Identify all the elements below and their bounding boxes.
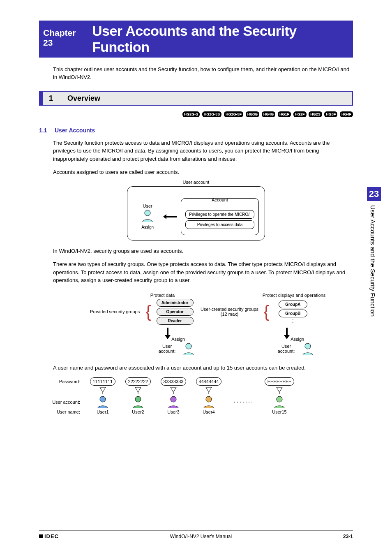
- connector-icon: [171, 387, 176, 394]
- brace-icon: {: [145, 303, 151, 320]
- user-account-label: User account:: [274, 344, 299, 354]
- arrow-left-icon: [163, 214, 177, 219]
- chapter-intro: This chapter outlines user accounts and …: [53, 66, 353, 81]
- badge: HG3G: [246, 111, 260, 117]
- svg-point-1: [186, 343, 191, 349]
- user-label: User: [133, 204, 162, 208]
- arrow-down-icon: [284, 328, 290, 339]
- subsection-title: User Accounts: [55, 127, 95, 134]
- paragraph: A user name and password are associated …: [53, 364, 353, 372]
- side-tab-title: User Accounts and the Security Function: [367, 201, 379, 357]
- model-badges: HG2G-S HG2G-5S HG2G-5F HG3G HG4G HG1F HG…: [39, 111, 353, 117]
- chapter-label: Chapter 23: [43, 28, 86, 48]
- diagram-security-groups: Protect data Protect displays and operat…: [39, 293, 353, 356]
- row-label: Password:: [39, 379, 85, 384]
- svg-point-11: [206, 396, 212, 402]
- privilege-row: Privileges to access data: [185, 220, 254, 229]
- svg-point-2: [305, 343, 311, 349]
- user-icon: [96, 395, 110, 409]
- badge: HG3F: [324, 111, 337, 117]
- username: User2: [120, 409, 156, 414]
- role-box: Administrator: [157, 299, 194, 307]
- section-title: Overview: [67, 94, 100, 102]
- chapter-title: User Accounts and the Security Function: [92, 23, 349, 55]
- chapter-header: Chapter 23 User Accounts and the Securit…: [39, 21, 353, 58]
- connector-icon: [277, 387, 282, 394]
- user-icon: [272, 395, 286, 409]
- password-box: 11111111: [90, 377, 116, 386]
- page-number: 23-1: [343, 534, 353, 539]
- assign-label: Assign: [291, 337, 304, 342]
- group-box: GroupB: [279, 310, 307, 317]
- badge: HG2F: [293, 111, 307, 117]
- section-number: 1: [49, 94, 65, 103]
- arrow-down-icon: [165, 328, 171, 339]
- diagram-title: User account: [39, 180, 353, 185]
- logo-mark-icon: [39, 534, 43, 538]
- username: User15: [262, 409, 297, 414]
- svg-point-8: [100, 396, 106, 402]
- badge: HG2S: [309, 111, 322, 117]
- user-account-label: User account:: [154, 344, 180, 354]
- side-tab-number: 23: [367, 187, 381, 201]
- side-tab: 23 User Accounts and the Security Functi…: [367, 187, 381, 362]
- footer-title: WindO/I-NV2 User's Manual: [170, 534, 232, 539]
- column-head: Protect displays and operations: [261, 293, 327, 298]
- diagram-user-list: Password: 11111111 22222222 33333333 444…: [39, 377, 353, 414]
- badge: HG2G-5F: [224, 111, 243, 117]
- username: User3: [156, 409, 191, 414]
- badge: HG4G: [262, 111, 276, 117]
- assign-label: Assign: [171, 337, 185, 342]
- svg-point-9: [135, 396, 141, 402]
- role-box: Reader: [157, 317, 194, 325]
- user-icon: [131, 395, 145, 409]
- password-box: EEEEEEEE: [265, 377, 295, 386]
- paragraph: In WindO/I-NV2, security groups are used…: [53, 247, 353, 255]
- connector-icon: [100, 387, 106, 394]
- svg-point-10: [171, 396, 176, 402]
- svg-point-0: [145, 210, 150, 216]
- badge: HG2G-5S: [202, 111, 222, 117]
- svg-point-12: [277, 396, 282, 402]
- row-label: User account:: [39, 400, 85, 405]
- brace-icon: {: [264, 303, 269, 320]
- user-icon: [301, 342, 315, 356]
- section-heading: 1 Overview: [39, 91, 353, 106]
- page-footer: IDEC WindO/I-NV2 User's Manual 23-1: [39, 530, 353, 539]
- column-head: Protect data: [142, 293, 183, 298]
- user-icon: [182, 342, 196, 356]
- caption: Provided security groups: [78, 309, 142, 314]
- username: User4: [191, 409, 226, 414]
- badge: HG4F: [340, 111, 353, 117]
- row-label: User name:: [39, 409, 85, 414]
- privilege-row: Privileges to operate the MICRO/I: [185, 210, 254, 219]
- brand-logo: IDEC: [39, 533, 59, 539]
- password-box: 33333333: [161, 377, 187, 386]
- user-icon: [202, 395, 216, 409]
- role-box: Operator: [157, 308, 194, 316]
- password-box: 44444444: [196, 377, 222, 386]
- badge: HG1F: [278, 111, 291, 117]
- caption: User-created security groups (12 max): [199, 307, 261, 317]
- username: User1: [85, 409, 120, 414]
- assign-label: Assign: [133, 225, 162, 229]
- connector-icon: [206, 387, 212, 394]
- user-icon: [141, 208, 154, 222]
- paragraph: Accounts assigned to users are called us…: [53, 168, 353, 176]
- badge: HG2G-S: [182, 111, 200, 117]
- user-icon: [166, 395, 180, 409]
- subsection-heading: 1.1 User Accounts: [39, 127, 353, 134]
- ellipsis: ·······: [226, 400, 262, 405]
- logo-text: IDEC: [44, 533, 59, 539]
- password-box: 22222222: [125, 377, 151, 386]
- subsection-number: 1.1: [39, 127, 53, 134]
- connector-icon: [135, 387, 141, 394]
- group-box: GroupA: [279, 301, 307, 308]
- diagram-user-account: User account User Assign Account Privile…: [39, 180, 353, 240]
- paragraph: There are two types of security groups. …: [53, 260, 353, 284]
- paragraph: The Security function protects access to…: [53, 139, 353, 163]
- account-label: Account: [181, 197, 258, 202]
